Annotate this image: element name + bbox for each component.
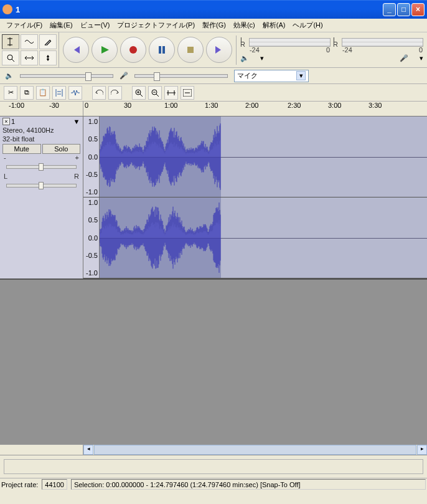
draw-tool[interactable] <box>39 34 57 49</box>
gain-slider[interactable] <box>6 165 77 169</box>
dropdown-arrow-icon: ▾ <box>296 71 306 80</box>
main-toolbar: LR -240 LR -240 🔈 ▾ 🎤 ▾ <box>0 32 427 68</box>
waveform-svg-left <box>100 116 221 197</box>
amplitude-scale-right: 1.00.50.0-0.5-1.0 <box>83 197 100 278</box>
status-area <box>0 455 427 478</box>
solo-button[interactable]: Solo <box>42 144 81 154</box>
project-rate-label: Project rate: <box>1 481 38 488</box>
menu-view[interactable]: ビュー(V) <box>77 19 114 31</box>
transport-controls <box>59 33 236 67</box>
envelope-tool[interactable] <box>21 34 38 49</box>
svg-rect-4 <box>187 47 194 53</box>
track-area: × 1 ▼ Stereo, 44100Hz 32-bit float Mute … <box>0 116 427 444</box>
pan-slider[interactable] <box>6 184 77 188</box>
skip-end-button[interactable] <box>206 37 232 63</box>
input-device-select[interactable]: マイク ▾ <box>234 70 309 82</box>
paste-button[interactable]: 📋 <box>36 86 50 100</box>
mic-icon: 🎤 <box>400 54 408 62</box>
undo-button[interactable] <box>92 86 106 100</box>
menu-project[interactable]: プロジェクトファイル(P) <box>113 19 199 31</box>
input-device-value: マイク <box>237 71 258 80</box>
mixer-row: 🔈 🎤 マイク ▾ <box>0 68 427 84</box>
track-bits: 32-bit float <box>2 135 80 143</box>
waveform-right[interactable]: 1.00.50.0-0.5-1.0 <box>83 197 427 278</box>
svg-point-0 <box>7 55 12 60</box>
track-1: × 1 ▼ Stereo, 44100Hz 32-bit float Mute … <box>0 116 427 280</box>
copy-button[interactable]: ⧉ <box>20 86 34 100</box>
minimize-button[interactable]: _ <box>383 3 396 16</box>
pause-button[interactable] <box>149 37 175 63</box>
zoom-in-button[interactable] <box>132 86 146 100</box>
menu-make[interactable]: 製作(G) <box>199 19 230 31</box>
redo-button[interactable] <box>108 86 122 100</box>
record-button[interactable] <box>120 37 146 63</box>
output-volume-slider[interactable] <box>20 74 113 78</box>
waveform-left[interactable]: 1.00.50.0-0.5-1.0 <box>83 116 427 197</box>
waveform-svg-right <box>100 197 221 278</box>
menubar: ファイル(F) 編集(E) ビュー(V) プロジェクトファイル(P) 製作(G)… <box>0 19 427 32</box>
multi-tool[interactable] <box>39 50 57 65</box>
titlebar: 1 _ □ × <box>0 0 427 19</box>
timeline-ruler[interactable]: -1:00 -30 0 30 1:00 1:30 2:00 2:30 3:00 … <box>0 102 427 116</box>
window-title: 1 <box>16 5 382 14</box>
selection-status: Selection: 0:00.000000 - 1:24.797460 (1:… <box>71 479 426 490</box>
zoom-tool[interactable] <box>2 50 19 65</box>
speaker-icon: 🔈 <box>240 54 249 62</box>
menu-edit[interactable]: 編集(E) <box>46 19 77 31</box>
input-meter[interactable]: -240 <box>342 38 423 47</box>
edit-toolbar: ✂ ⧉ 📋 <box>0 84 427 102</box>
selection-tool[interactable] <box>2 34 19 49</box>
project-rate-value[interactable]: 44100 <box>42 479 67 490</box>
scroll-left-button[interactable]: ◂ <box>83 445 93 455</box>
menu-analyze[interactable]: 解析(A) <box>259 19 289 31</box>
speaker-dropdown-icon[interactable]: ▾ <box>260 54 264 62</box>
track-panel: × 1 ▼ Stereo, 44100Hz 32-bit float Mute … <box>0 116 83 278</box>
status-bar: Project rate: 44100 Selection: 0:00.0000… <box>0 478 427 490</box>
track-name[interactable]: 1 <box>11 118 72 125</box>
play-button[interactable] <box>92 37 118 63</box>
tool-palette <box>0 32 59 67</box>
horizontal-scrollbar[interactable]: ◂ ▸ <box>0 444 427 455</box>
trim-button[interactable] <box>52 86 66 100</box>
meter-out-lr: LR <box>240 38 246 47</box>
menu-file[interactable]: ファイル(F) <box>2 19 46 31</box>
track-close-button[interactable]: × <box>2 118 10 125</box>
svg-rect-2 <box>159 46 161 54</box>
timeshift-tool[interactable] <box>21 50 38 65</box>
input-volume-slider[interactable] <box>134 74 228 78</box>
amplitude-scale-left: 1.00.50.0-0.5-1.0 <box>83 116 100 197</box>
status-box <box>4 459 423 474</box>
fit-project-button[interactable] <box>181 86 194 100</box>
output-meter[interactable]: -240 <box>249 38 331 47</box>
meter-in-lr: LR <box>333 38 339 47</box>
zoom-out-button[interactable] <box>148 86 162 100</box>
stop-button[interactable] <box>177 37 204 63</box>
close-button[interactable]: × <box>411 3 425 16</box>
svg-point-1 <box>129 46 137 54</box>
fit-selection-button[interactable] <box>164 86 178 100</box>
cut-button[interactable]: ✂ <box>4 86 17 100</box>
menu-help[interactable]: ヘルプ(H) <box>289 19 326 31</box>
menu-effect[interactable]: 効果(c) <box>230 19 259 31</box>
maximize-button[interactable]: □ <box>397 3 410 16</box>
svg-rect-3 <box>162 46 165 54</box>
meters: LR -240 LR -240 🔈 ▾ 🎤 ▾ <box>236 36 427 65</box>
mute-button[interactable]: Mute <box>2 144 41 154</box>
silence-button[interactable] <box>68 86 82 100</box>
track-menu-dropdown[interactable]: ▼ <box>73 118 80 125</box>
app-icon <box>2 4 12 14</box>
mic-dropdown-icon[interactable]: ▾ <box>420 54 423 62</box>
scroll-thumb[interactable] <box>94 445 416 455</box>
scroll-right-button[interactable]: ▸ <box>417 445 427 455</box>
track-format: Stereo, 44100Hz <box>2 126 80 134</box>
skip-start-button[interactable] <box>63 37 89 63</box>
output-volume-icon: 🔈 <box>5 72 14 80</box>
input-volume-icon: 🎤 <box>120 72 128 80</box>
